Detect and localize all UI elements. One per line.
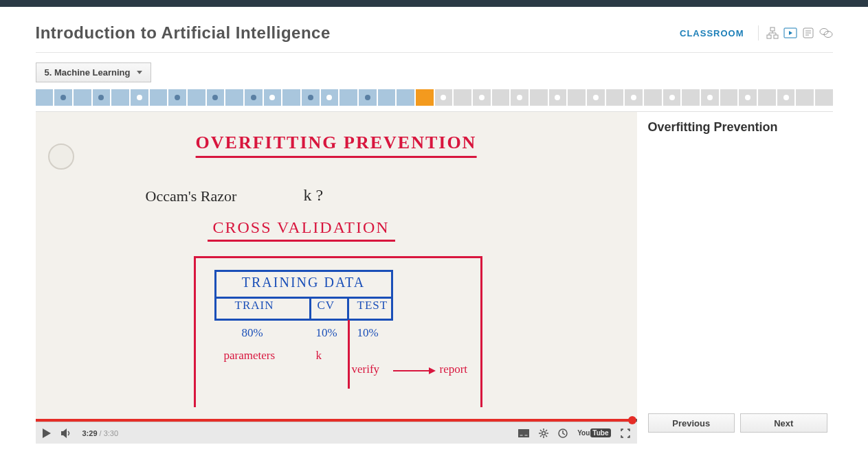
svg-rect-1 bbox=[767, 35, 771, 38]
wb-occam: Occam's Razor bbox=[146, 187, 237, 205]
wb-col-test: TEST bbox=[357, 299, 388, 312]
dot-open-icon bbox=[593, 95, 599, 100]
progress-segment[interactable] bbox=[568, 89, 586, 106]
next-button[interactable]: Next bbox=[740, 413, 827, 433]
progress-segment[interactable] bbox=[168, 89, 186, 106]
progress-segment[interactable] bbox=[378, 89, 396, 106]
progress-segment[interactable] bbox=[682, 89, 700, 106]
progress-segment[interactable] bbox=[302, 89, 320, 106]
video-icon[interactable] bbox=[783, 26, 797, 40]
progress-segment[interactable] bbox=[435, 89, 453, 106]
content-row: OVERFITTING PREVENTION Occam's Razor k ?… bbox=[36, 111, 833, 444]
notes-icon[interactable] bbox=[801, 26, 815, 40]
dot-filled-icon bbox=[212, 95, 218, 100]
video-frame[interactable]: OVERFITTING PREVENTION Occam's Razor k ?… bbox=[36, 112, 637, 419]
wb-k: k ? bbox=[304, 186, 324, 205]
lesson-title: Overfitting Prevention bbox=[648, 120, 827, 135]
side-column: Overfitting Prevention Previous Next bbox=[637, 112, 833, 444]
progress-segment[interactable] bbox=[359, 89, 377, 106]
video-controls: 3:29 / 3:30 YouTube bbox=[36, 422, 637, 444]
youtube-you: You bbox=[577, 429, 590, 437]
wb-col-train: TRAIN bbox=[235, 299, 274, 312]
progress-segment[interactable] bbox=[720, 89, 738, 106]
progress-segment[interactable] bbox=[397, 89, 414, 106]
progress-segment[interactable] bbox=[473, 89, 491, 106]
wb-report: report bbox=[440, 363, 468, 376]
progress-segment[interactable] bbox=[606, 89, 624, 106]
wb-parameters: parameters bbox=[224, 349, 276, 363]
youtube-tube: Tube bbox=[590, 428, 610, 437]
wb-vline bbox=[348, 320, 350, 389]
chapter-dropdown[interactable]: 5. Machine Learning bbox=[36, 62, 152, 82]
play-button[interactable] bbox=[43, 428, 51, 438]
progress-segment[interactable] bbox=[264, 89, 282, 106]
progress-segment[interactable] bbox=[530, 89, 548, 106]
progress-strip bbox=[36, 89, 833, 111]
progress-segment[interactable] bbox=[340, 89, 357, 106]
progress-segment[interactable] bbox=[454, 89, 471, 106]
progress-segment[interactable] bbox=[131, 89, 148, 106]
dot-open-icon bbox=[707, 95, 713, 100]
progress-segment[interactable] bbox=[625, 89, 643, 106]
classroom-link[interactable]: CLASSROOM bbox=[680, 28, 744, 38]
progress-segment[interactable] bbox=[777, 89, 795, 106]
progress-segment[interactable] bbox=[663, 89, 681, 106]
wb-table-header: TRAINING DATA bbox=[216, 275, 391, 290]
wb-verify: verify bbox=[352, 363, 380, 376]
progress-segment[interactable] bbox=[245, 89, 263, 106]
svg-rect-2 bbox=[774, 35, 778, 38]
progress-segment[interactable] bbox=[150, 89, 168, 106]
chapter-label: 5. Machine Learning bbox=[45, 67, 131, 78]
progress-segment[interactable] bbox=[188, 89, 205, 106]
wb-col-cv: CV bbox=[318, 299, 335, 312]
dot-open-icon bbox=[745, 95, 750, 100]
watch-later-button[interactable] bbox=[558, 428, 568, 438]
settings-button[interactable] bbox=[539, 428, 548, 438]
dot-open-icon bbox=[669, 95, 675, 100]
fullscreen-button[interactable] bbox=[621, 428, 630, 438]
chevron-down-icon bbox=[137, 71, 142, 74]
dot-open-icon bbox=[517, 95, 522, 100]
progress-segment[interactable] bbox=[701, 89, 719, 106]
progress-segment[interactable] bbox=[93, 89, 111, 106]
previous-button[interactable]: Previous bbox=[648, 413, 735, 433]
progress-segment[interactable] bbox=[815, 89, 833, 106]
seek-bar[interactable] bbox=[36, 419, 637, 422]
syllabus-icon[interactable] bbox=[766, 26, 779, 40]
progress-segment[interactable] bbox=[511, 89, 528, 106]
progress-segment[interactable] bbox=[282, 89, 300, 106]
divider bbox=[758, 25, 759, 41]
course-title: Introduction to Artificial Intelligence bbox=[36, 23, 331, 43]
progress-segment[interactable] bbox=[207, 89, 225, 106]
dot-filled-icon bbox=[308, 95, 313, 100]
volume-button[interactable] bbox=[60, 428, 73, 439]
captions-button[interactable] bbox=[518, 429, 529, 437]
svg-rect-0 bbox=[770, 27, 775, 31]
dot-filled-icon bbox=[365, 95, 370, 100]
dot-filled-icon bbox=[251, 95, 256, 100]
dot-open-icon bbox=[479, 95, 485, 100]
progress-segment[interactable] bbox=[36, 89, 54, 106]
header-actions: CLASSROOM bbox=[680, 25, 833, 41]
discuss-icon[interactable] bbox=[819, 26, 833, 40]
seek-knob[interactable] bbox=[628, 416, 636, 424]
progress-segment[interactable] bbox=[321, 89, 339, 106]
progress-segment[interactable] bbox=[225, 89, 243, 106]
wb-pct-test: 10% bbox=[357, 326, 379, 340]
progress-segment[interactable] bbox=[758, 89, 776, 106]
wb-cv-title: CROSS VALIDATION bbox=[208, 218, 395, 242]
progress-segment[interactable] bbox=[416, 89, 434, 106]
wb-k-note: k bbox=[316, 349, 322, 363]
progress-segment[interactable] bbox=[111, 89, 129, 106]
wb-pct-train: 80% bbox=[242, 326, 263, 340]
subnav: 5. Machine Learning bbox=[36, 53, 833, 89]
progress-segment[interactable] bbox=[54, 89, 72, 106]
youtube-logo[interactable]: YouTube bbox=[577, 428, 610, 437]
progress-segment[interactable] bbox=[549, 89, 567, 106]
progress-segment[interactable] bbox=[74, 89, 91, 106]
progress-segment[interactable] bbox=[739, 89, 757, 106]
progress-segment[interactable] bbox=[587, 89, 605, 106]
progress-segment[interactable] bbox=[796, 89, 814, 106]
progress-segment[interactable] bbox=[492, 89, 510, 106]
progress-segment[interactable] bbox=[644, 89, 662, 106]
